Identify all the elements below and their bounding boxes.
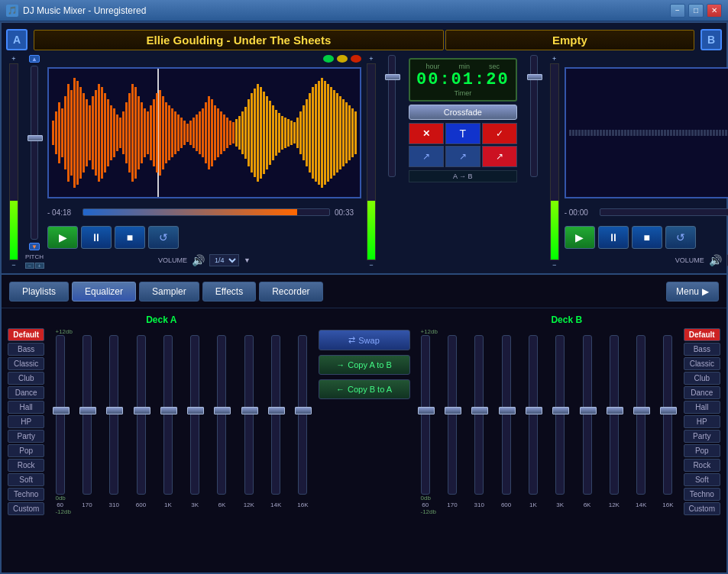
loop-btn-b[interactable]: ↺ — [665, 226, 696, 249]
vol-slider-b[interactable] — [523, 55, 545, 269]
waveform-bar — [597, 130, 599, 136]
cf-btn-t[interactable]: T — [445, 123, 480, 144]
copy-ab-btn[interactable]: → Copy A to B — [319, 355, 410, 375]
eq-slider-track[interactable] — [217, 335, 226, 495]
mini-btn-red-a[interactable] — [351, 55, 361, 63]
play-btn-a[interactable]: ▶ — [47, 226, 78, 249]
preset-custom-a[interactable]: Custom — [8, 502, 44, 515]
preset-rock-a[interactable]: Rock — [8, 459, 44, 472]
preset-party-b[interactable]: Party — [684, 430, 720, 443]
eq-slider-track[interactable] — [636, 335, 645, 495]
preset-custom-b[interactable]: Custom — [684, 502, 720, 515]
pitch-minus-a[interactable]: − — [25, 263, 34, 269]
eq-slider-track[interactable] — [529, 335, 538, 495]
swap-btn[interactable]: ⇄ Swap — [319, 330, 410, 350]
eq-slider-track[interactable] — [448, 335, 457, 495]
cf-btn-check[interactable]: ✓ — [482, 123, 517, 144]
nav-equalizer[interactable]: Equalizer — [72, 282, 136, 302]
preset-hall-a[interactable]: Hall — [8, 401, 44, 414]
waveform-bar — [679, 130, 681, 136]
eq-slider-track[interactable] — [555, 335, 565, 495]
pitch-plus-a[interactable]: + — [35, 263, 44, 269]
cf-btn-arrow2[interactable]: ↗ — [445, 146, 480, 167]
preset-techno-b[interactable]: Techno — [684, 488, 720, 501]
preset-default-b[interactable]: Default — [684, 328, 720, 341]
play-btn-b[interactable]: ▶ — [565, 226, 595, 249]
eq-slider-track[interactable] — [663, 335, 672, 495]
preset-rock-b[interactable]: Rock — [684, 459, 720, 472]
preset-hp-b[interactable]: HP — [684, 415, 720, 428]
waveform-display-b[interactable] — [565, 67, 728, 198]
waveform-bar — [333, 90, 335, 176]
preset-classic-a[interactable]: Classic — [8, 357, 44, 370]
preset-bass-a[interactable]: Bass — [8, 343, 44, 356]
mini-btn-green-a[interactable] — [323, 55, 334, 63]
eq-slider-track[interactable] — [137, 335, 146, 495]
cf-btn-x[interactable]: ✕ — [409, 123, 444, 144]
maximize-button[interactable]: □ — [688, 4, 704, 18]
vol-track-a[interactable] — [388, 55, 396, 177]
preset-club-b[interactable]: Club — [684, 372, 720, 385]
preset-soft-b[interactable]: Soft — [684, 473, 720, 486]
loop-btn-a[interactable]: ↺ — [148, 226, 179, 249]
mini-btn-yellow-a[interactable] — [337, 55, 348, 63]
close-button[interactable]: ✕ — [707, 4, 722, 18]
waveform-display-a[interactable] — [47, 67, 361, 198]
time-remaining-a: 00:33 — [335, 208, 361, 217]
progress-bar-a[interactable] — [83, 208, 330, 216]
waveform-bar — [61, 108, 63, 157]
eq-slider-track[interactable] — [583, 335, 592, 495]
preset-techno-a[interactable]: Techno — [8, 488, 44, 501]
crossfade-btn[interactable]: Crossfade — [409, 105, 517, 120]
pause-btn-b[interactable]: ⏸ — [598, 226, 629, 249]
speed-select-a[interactable]: 1/41/23/41 — [209, 254, 239, 266]
waveform-bar — [186, 124, 189, 142]
nav-effects[interactable]: Effects — [202, 282, 256, 302]
pitch-down-btn-a[interactable]: ▼ — [29, 243, 40, 250]
eq-slider-track[interactable] — [271, 335, 280, 495]
progress-bar-b[interactable] — [600, 208, 728, 216]
preset-dance-b[interactable]: Dance — [684, 386, 720, 399]
pause-btn-a[interactable]: ⏸ — [81, 226, 112, 249]
time-elapsed-a: - 04:18 — [47, 208, 78, 217]
menu-btn[interactable]: Menu ▶ — [666, 282, 719, 302]
eq-slider-track[interactable] — [190, 335, 199, 495]
eq-slider-track[interactable] — [83, 335, 92, 495]
eq-slider-thumb — [633, 407, 650, 414]
preset-dance-a[interactable]: Dance — [8, 386, 44, 399]
preset-club-a[interactable]: Club — [8, 372, 44, 385]
pitch-slider-a-left[interactable]: ▲ ▼ PITCH − + — [24, 55, 45, 269]
nav-recorder[interactable]: Recorder — [259, 282, 322, 302]
preset-classic-b[interactable]: Classic — [684, 357, 720, 370]
cf-btn-arrow3[interactable]: ↗ — [482, 146, 517, 167]
vol-slider-a[interactable] — [381, 55, 403, 269]
vol-track-b[interactable] — [530, 55, 538, 177]
minimize-button[interactable]: − — [670, 4, 685, 18]
stop-btn-a[interactable]: ■ — [115, 226, 145, 249]
preset-default-a[interactable]: Default — [8, 328, 44, 341]
waveform-bar — [257, 84, 259, 182]
eq-slider-track[interactable] — [298, 335, 307, 495]
preset-hall-b[interactable]: Hall — [684, 401, 720, 414]
preset-pop-b[interactable]: Pop — [684, 444, 720, 457]
cf-btn-arrow1[interactable]: ↗ — [409, 146, 444, 167]
preset-bass-b[interactable]: Bass — [684, 343, 720, 356]
eq-slider-track[interactable] — [163, 335, 173, 495]
eq-slider-track[interactable] — [244, 335, 254, 495]
eq-slider-track[interactable] — [421, 335, 430, 495]
eq-slider-track[interactable] — [502, 335, 511, 495]
preset-hp-a[interactable]: HP — [8, 415, 44, 428]
eq-slider-track[interactable] — [610, 335, 619, 495]
eq-slider-track[interactable] — [474, 335, 484, 495]
preset-soft-a[interactable]: Soft — [8, 473, 44, 486]
pitch-up-btn-a[interactable]: ▲ — [29, 55, 40, 63]
stop-btn-b[interactable]: ■ — [632, 226, 662, 249]
nav-sampler[interactable]: Sampler — [139, 282, 199, 302]
copy-ba-btn[interactable]: ← Copy B to A — [319, 379, 410, 399]
pitch-track-a-left[interactable] — [31, 66, 38, 240]
preset-pop-a[interactable]: Pop — [8, 444, 44, 457]
eq-slider-track[interactable] — [109, 335, 118, 495]
eq-slider-track[interactable] — [56, 335, 65, 495]
preset-party-a[interactable]: Party — [8, 430, 44, 443]
nav-playlists[interactable]: Playlists — [9, 282, 69, 302]
